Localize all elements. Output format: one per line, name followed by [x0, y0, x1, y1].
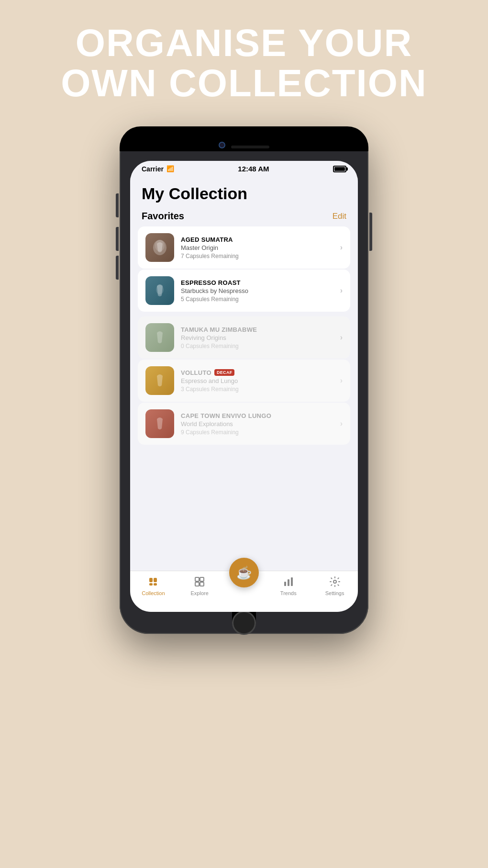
camera: [219, 142, 225, 148]
svg-rect-9: [195, 582, 199, 586]
svg-rect-3: [149, 578, 153, 582]
card-name: ESPRESSO ROAST: [181, 279, 333, 286]
explore-icon: [193, 575, 206, 588]
chevron-right-icon: ›: [340, 376, 343, 385]
tab-settings-label: Settings: [325, 590, 344, 596]
capsule-icon: [149, 280, 170, 301]
hero-line1: ORGANISE YOUR: [61, 23, 427, 63]
card-remaining: 5 Capsules Remaining: [181, 296, 333, 303]
card-info: ESPRESSO ROAST Starbucks by Nespresso 5 …: [181, 279, 333, 303]
svg-rect-10: [200, 582, 204, 586]
chevron-right-icon: ›: [340, 333, 343, 342]
capsule-image-tamuka: [145, 323, 174, 352]
tab-trends-label: Trends: [280, 590, 297, 596]
phone-shell: Carrier 📶 12:48 AM My Collection Favorit…: [120, 126, 368, 634]
svg-rect-4: [154, 578, 157, 582]
card-remaining: 0 Capsules Remaining: [181, 343, 333, 349]
svg-point-2: [156, 285, 164, 294]
status-time: 12:48 AM: [238, 165, 269, 173]
trends-icon: [282, 575, 295, 588]
card-name: AGED SUMATRA: [181, 236, 333, 243]
hero-line2: OWN COLLECTION: [61, 63, 427, 103]
list-item[interactable]: TAMUKA MU ZIMBABWE Reviving Origins 0 Ca…: [138, 316, 350, 359]
favorites-header: Favorites Edit: [138, 209, 350, 226]
list-item[interactable]: ESPRESSO ROAST Starbucks by Nespresso 5 …: [138, 270, 350, 312]
card-info: TAMUKA MU ZIMBABWE Reviving Origins 0 Ca…: [181, 326, 333, 349]
home-indicator-area: [232, 612, 256, 634]
card-name: CAPE TOWN ENVIVO LUNGO: [181, 412, 333, 419]
app-content: My Collection Favorites Edit: [130, 175, 358, 571]
card-info: AGED SUMATRA Master Origin 7 Capsules Re…: [181, 236, 333, 259]
collection-icon: [146, 575, 160, 588]
capsule-image-espresso: [145, 276, 174, 305]
svg-rect-8: [200, 577, 204, 581]
battery-icon: [333, 166, 346, 172]
card-category: World Explorations: [181, 420, 333, 428]
phone-screen: Carrier 📶 12:48 AM My Collection Favorit…: [130, 161, 358, 612]
capsule-icon: [149, 237, 170, 258]
phone-notch: [120, 126, 368, 151]
card-name: TAMUKA MU ZIMBABWE: [181, 326, 333, 333]
card-category: Master Origin: [181, 244, 333, 251]
card-info: CAPE TOWN ENVIVO LUNGO World Exploration…: [181, 412, 333, 436]
tab-settings[interactable]: Settings: [318, 575, 352, 596]
card-name: VOLLUTO DECAF: [181, 369, 333, 376]
svg-rect-6: [154, 583, 157, 586]
carrier-label: Carrier 📶: [142, 165, 174, 173]
home-button[interactable]: [232, 611, 256, 635]
chevron-right-icon: ›: [340, 419, 343, 428]
list-item[interactable]: VOLLUTO DECAF Espresso and Lungo 3 Capsu…: [138, 360, 350, 402]
tab-trends[interactable]: Trends: [272, 575, 305, 596]
page-title: My Collection: [130, 175, 358, 209]
add-coffee-fab[interactable]: ☕: [229, 558, 259, 587]
svg-rect-12: [288, 579, 289, 586]
card-info: VOLLUTO DECAF Espresso and Lungo 3 Capsu…: [181, 369, 333, 393]
tab-bar: ☕ Collection: [130, 571, 358, 612]
capsule-icon: [149, 413, 170, 434]
tab-collection-label: Collection: [142, 590, 165, 596]
settings-icon: [328, 575, 342, 588]
svg-rect-11: [284, 582, 286, 586]
edit-button[interactable]: Edit: [333, 212, 346, 221]
capsule-icon: [149, 370, 170, 391]
card-category: Starbucks by Nespresso: [181, 287, 333, 294]
hero-text: ORGANISE YOUR OWN COLLECTION: [42, 23, 446, 103]
chevron-right-icon: ›: [340, 243, 343, 252]
card-remaining: 7 Capsules Remaining: [181, 253, 333, 259]
card-category: Reviving Origins: [181, 334, 333, 341]
capsule-image-sumatra: [145, 233, 174, 262]
favorites-section: Favorites Edit AGED SUMATRA: [130, 209, 358, 313]
tab-explore[interactable]: Explore: [183, 575, 216, 596]
tab-explore-label: Explore: [191, 590, 209, 596]
svg-point-14: [333, 580, 336, 583]
capsule-image-volluto: [145, 366, 174, 395]
tab-collection[interactable]: Collection: [136, 575, 170, 596]
svg-rect-7: [195, 577, 199, 581]
list-item[interactable]: CAPE TOWN ENVIVO LUNGO World Exploration…: [138, 403, 350, 445]
speaker: [231, 146, 269, 148]
chevron-right-icon: ›: [340, 286, 343, 295]
other-section: TAMUKA MU ZIMBABWE Reviving Origins 0 Ca…: [130, 316, 358, 446]
svg-rect-13: [291, 577, 293, 586]
card-remaining: 3 Capsules Remaining: [181, 386, 333, 393]
card-remaining: 9 Capsules Remaining: [181, 429, 333, 436]
card-category: Espresso and Lungo: [181, 377, 333, 384]
svg-rect-5: [149, 583, 153, 586]
list-item[interactable]: AGED SUMATRA Master Origin 7 Capsules Re…: [138, 226, 350, 269]
coffee-cup-icon: ☕: [236, 565, 252, 580]
wifi-icon: 📶: [166, 165, 174, 172]
capsule-image-capetown: [145, 409, 174, 438]
capsule-icon: [149, 327, 170, 348]
status-bar: Carrier 📶 12:48 AM: [130, 161, 358, 175]
favorites-title: Favorites: [142, 211, 184, 222]
decaf-badge: DECAF: [214, 369, 235, 376]
battery-fill: [334, 167, 345, 171]
battery-indicator: [333, 166, 346, 172]
